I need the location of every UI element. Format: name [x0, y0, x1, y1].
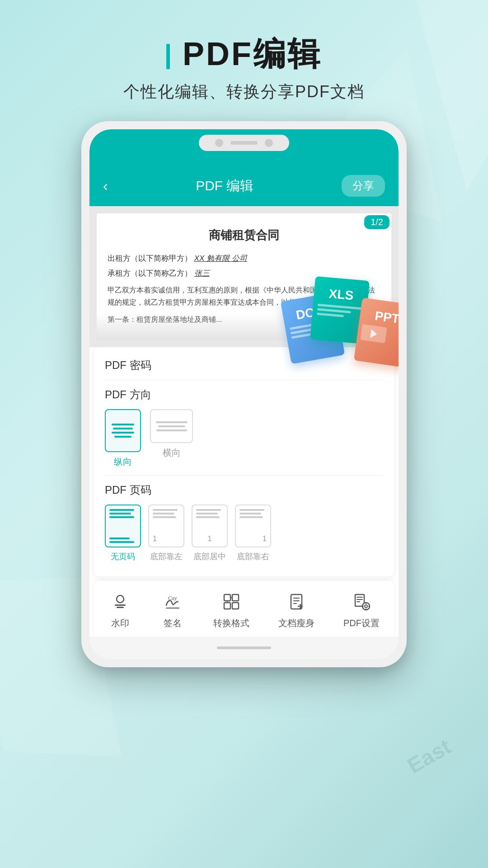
svg-text:Cay: Cay: [168, 595, 177, 601]
pageno-bc-number: 1: [196, 535, 223, 543]
pageno-none-label: 无页码: [111, 551, 135, 562]
pageno-bl-label: 底部靠左: [150, 551, 183, 562]
pageno-none-lines-bottom: [109, 538, 136, 543]
doc-title: 商铺租赁合同: [108, 226, 380, 245]
svg-rect-1: [115, 604, 126, 606]
svg-rect-4: [224, 594, 230, 601]
back-button[interactable]: ‹: [103, 178, 108, 194]
watermark-icon: [108, 590, 132, 613]
camera-left: [215, 139, 223, 147]
pdf-settings-icon: [350, 590, 373, 613]
pageno-br-number: 1: [239, 535, 267, 543]
toolbar-convert[interactable]: 转换格式: [213, 590, 249, 629]
east-watermark: East: [403, 734, 455, 778]
toolbar-slim[interactable]: 文档瘦身: [278, 590, 314, 629]
direction-vertical[interactable]: 纵向: [105, 409, 141, 468]
toolbar-pdf-settings[interactable]: PDF设置: [343, 590, 380, 629]
share-button[interactable]: 分享: [342, 175, 385, 197]
notch-bump: [199, 135, 289, 151]
pageno-br-lines: [239, 509, 267, 518]
pdf-settings-label: PDF设置: [343, 617, 380, 629]
direction-section: PDF 方向 纵向: [105, 387, 383, 468]
phone-mockup: ‹ PDF 编辑 分享 1/2 商铺租赁合同 出租方（以下简称甲方） XX 勉有…: [81, 121, 407, 667]
convert-label: 转换格式: [213, 617, 249, 629]
direction-options: 纵向 横向: [105, 409, 383, 468]
slim-label: 文档瘦身: [278, 617, 314, 629]
pageno-label: PDF 页码: [105, 483, 383, 497]
direction-horizontal[interactable]: 横向: [150, 409, 193, 468]
direction-vertical-icon: [105, 409, 141, 452]
pageno-none-icon: [105, 505, 141, 547]
convert-icon: [220, 590, 243, 613]
signature-icon: Cay: [161, 590, 184, 613]
pageno-bottom-center[interactable]: 1 底部居中: [192, 505, 228, 562]
app-bar: ‹ PDF 编辑 分享: [89, 165, 399, 206]
app-bar-title: PDF 编辑: [196, 177, 253, 195]
home-indicator: [217, 646, 271, 649]
page-subtitle: 个性化编辑、转换分享PDF文档: [0, 81, 488, 103]
pageno-bl-number: 1: [153, 535, 180, 543]
page-badge: 1/2: [364, 215, 389, 229]
watermark-label: 水印: [111, 617, 129, 629]
svg-rect-2: [117, 607, 124, 608]
phone-inner: ‹ PDF 编辑 分享 1/2 商铺租赁合同 出租方（以下简称甲方） XX 勉有…: [89, 129, 399, 659]
settings-panel: PDF 密码 PDF 方向: [94, 347, 394, 576]
pageno-br-icon: 1: [235, 505, 271, 547]
pageno-bottom-left[interactable]: 1 底部靠左: [148, 505, 184, 562]
bottom-toolbar: 水印 Cay 签名: [94, 581, 394, 637]
svg-point-0: [117, 595, 124, 603]
signature-label: 签名: [164, 617, 182, 629]
pageno-bl-icon: 1: [148, 505, 184, 547]
pageno-bl-lines: [153, 509, 180, 518]
speaker: [230, 141, 258, 145]
page-header: PDF编辑 个性化编辑、转换分享PDF文档: [0, 0, 488, 121]
pageno-bottom-right[interactable]: 1 底部靠右: [235, 505, 271, 562]
document-area: 1/2 商铺租赁合同 出租方（以下简称甲方） XX 勉有限 公司 承租方（以下简…: [89, 206, 399, 347]
toolbar-signature[interactable]: Cay 签名: [161, 590, 184, 629]
page-title: PDF编辑: [0, 36, 488, 72]
svg-rect-5: [232, 594, 239, 601]
direction-vertical-label: 纵向: [114, 456, 132, 468]
phone-home-bar: [89, 637, 399, 659]
camera-right: [265, 139, 273, 147]
pageno-bc-icon: 1: [192, 505, 228, 547]
divider-2: [105, 475, 383, 476]
pageno-bc-label: 底部居中: [193, 551, 226, 562]
direction-label: PDF 方向: [105, 387, 383, 402]
direction-horizontal-icon: [150, 409, 193, 443]
svg-rect-7: [232, 603, 239, 609]
pageno-options: 无页码 1 底部靠左: [105, 505, 383, 562]
pageno-none[interactable]: 无页码: [105, 505, 141, 562]
divider-1: [105, 380, 383, 380]
svg-rect-6: [224, 603, 230, 609]
direction-horizontal-label: 横向: [163, 447, 181, 459]
pageno-br-label: 底部靠右: [237, 551, 269, 562]
pageno-section: PDF 页码: [105, 483, 383, 562]
toolbar-watermark[interactable]: 水印: [108, 590, 132, 629]
pageno-none-lines-top: [109, 509, 136, 518]
phone-notch: [89, 129, 399, 165]
phone-outer: ‹ PDF 编辑 分享 1/2 商铺租赁合同 出租方（以下简称甲方） XX 勉有…: [81, 121, 407, 667]
pageno-bc-lines: [196, 509, 223, 518]
slim-icon: [285, 590, 308, 613]
file-icons-group: DOC XLS: [286, 251, 399, 369]
accent-decoration: [166, 44, 170, 69]
